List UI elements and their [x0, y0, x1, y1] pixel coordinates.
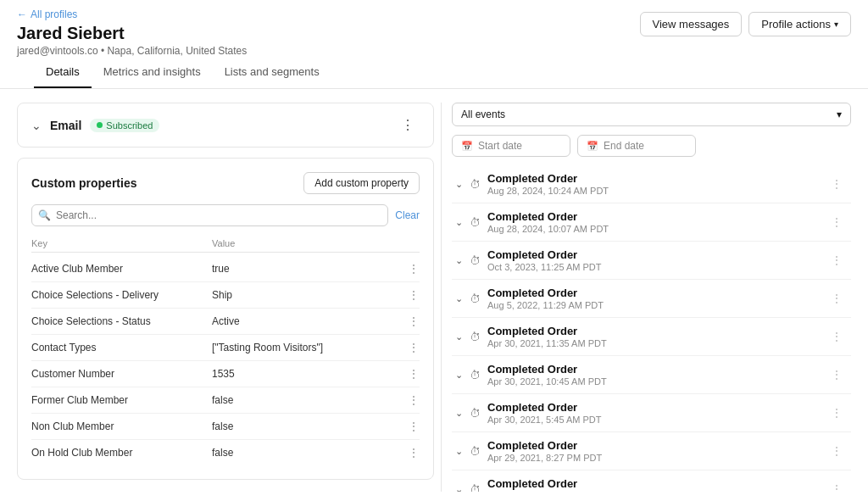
event-title: Completed Order	[487, 172, 819, 185]
event-date: Oct 3, 2023, 11:25 AM PDT	[487, 262, 819, 272]
table-row: Contact Types ["Tasting Room Visitors"] …	[31, 335, 420, 361]
event-collapse-icon[interactable]: ⌄	[455, 484, 463, 493]
email-more-button[interactable]: ⋮	[396, 115, 420, 135]
add-custom-property-button[interactable]: Add custom property	[303, 172, 420, 194]
email-label: Email	[50, 119, 81, 132]
subscribed-dot-icon	[97, 122, 103, 128]
event-more-button[interactable]: ⋮	[826, 214, 848, 231]
event-collapse-icon[interactable]: ⌄	[455, 370, 463, 381]
tab-details[interactable]: Details	[34, 57, 92, 88]
start-date-input[interactable]: 📅 Start date	[452, 135, 570, 157]
event-clock-icon: ⏱	[470, 254, 481, 267]
list-item: ⌄ ⏱ Completed Order Oct 3, 2023, 11:25 A…	[452, 242, 851, 280]
prop-key: On Hold Club Member	[31, 447, 212, 459]
prop-key: Customer Number	[31, 368, 212, 380]
list-item: ⌄ ⏱ Completed Order Apr 29, 2021, 8:27 P…	[452, 432, 851, 470]
col-key-header: Key	[31, 238, 212, 248]
event-title: Completed Order	[487, 439, 819, 452]
filter-chevron-icon: ▾	[837, 109, 842, 120]
list-item: ⌄ ⏱ Completed Order Aug 28, 2024, 10:24 …	[452, 165, 851, 203]
prop-value: false	[212, 447, 392, 459]
custom-properties-title: Custom properties	[31, 176, 136, 190]
profile-name: Jared Siebert	[17, 24, 247, 43]
event-collapse-icon[interactable]: ⌄	[455, 446, 463, 457]
event-clock-icon: ⏱	[470, 445, 481, 458]
event-clock-icon: ⏱	[470, 331, 481, 343]
event-date: Mar 17, 2021, 11:06 AM PDT	[487, 491, 819, 492]
event-more-button[interactable]: ⋮	[826, 404, 848, 421]
event-clock-icon: ⏱	[470, 369, 481, 381]
profile-actions-button[interactable]: Profile actions ▾	[748, 12, 851, 36]
prop-value: false	[212, 420, 392, 432]
prop-value: false	[212, 394, 392, 406]
calendar-end-icon: 📅	[587, 141, 598, 152]
event-clock-icon: ⏱	[470, 216, 481, 229]
event-date: Aug 5, 2022, 11:29 AM PDT	[487, 300, 819, 310]
col-value-header: Value	[212, 238, 392, 248]
event-date: Aug 28, 2024, 10:24 AM PDT	[487, 186, 819, 196]
list-item: ⌄ ⏱ Completed Order Apr 30, 2021, 5:45 A…	[452, 394, 851, 432]
event-title: Completed Order	[487, 248, 819, 261]
prop-more-button[interactable]: ⋮	[392, 393, 420, 407]
table-row: Active Club Member true ⋮	[31, 256, 420, 282]
prop-value: Active	[212, 315, 392, 327]
clear-button[interactable]: Clear	[395, 209, 420, 221]
event-more-button[interactable]: ⋮	[826, 175, 848, 192]
view-messages-button[interactable]: View messages	[640, 12, 743, 36]
event-more-button[interactable]: ⋮	[826, 366, 848, 383]
chevron-down-icon: ▾	[834, 19, 838, 29]
prop-more-button[interactable]: ⋮	[392, 288, 420, 302]
event-date: Aug 28, 2024, 10:07 AM PDT	[487, 224, 819, 234]
event-collapse-icon[interactable]: ⌄	[455, 408, 463, 419]
tab-metrics[interactable]: Metrics and insights	[92, 57, 213, 88]
event-collapse-icon[interactable]: ⌄	[455, 179, 463, 190]
event-more-button[interactable]: ⋮	[826, 443, 848, 459]
table-row: On Hold Club Member false ⋮	[31, 440, 420, 465]
prop-more-button[interactable]: ⋮	[392, 420, 420, 433]
event-title: Completed Order	[487, 363, 819, 376]
event-title: Completed Order	[487, 477, 819, 490]
prop-more-button[interactable]: ⋮	[392, 341, 420, 354]
prop-more-button[interactable]: ⋮	[392, 367, 420, 381]
event-collapse-icon[interactable]: ⌄	[455, 255, 463, 266]
list-item: ⌄ ⏱ Completed Order Apr 30, 2021, 10:45 …	[452, 356, 851, 394]
event-more-button[interactable]: ⋮	[826, 481, 848, 492]
prop-value: true	[212, 263, 392, 275]
prop-key: Contact Types	[31, 342, 212, 353]
event-title: Completed Order	[487, 210, 819, 223]
prop-key: Non Club Member	[31, 420, 212, 432]
table-row: Choice Selections - Delivery Ship ⋮	[31, 282, 420, 309]
search-icon: 🔍	[38, 209, 51, 221]
event-title: Completed Order	[487, 287, 819, 299]
event-more-button[interactable]: ⋮	[826, 252, 848, 269]
properties-list: Active Club Member true ⋮ Choice Selecti…	[31, 256, 420, 465]
collapse-email-icon[interactable]: ⌄	[31, 119, 42, 132]
event-more-button[interactable]: ⋮	[826, 328, 848, 345]
list-item: ⌄ ⏱ Completed Order Mar 17, 2021, 11:06 …	[452, 470, 851, 492]
event-collapse-icon[interactable]: ⌄	[455, 217, 463, 228]
event-clock-icon: ⏱	[470, 178, 481, 191]
prop-value: 1535	[212, 368, 392, 380]
end-date-input[interactable]: 📅 End date	[577, 135, 696, 157]
back-link[interactable]: All profiles	[17, 8, 247, 20]
list-item: ⌄ ⏱ Completed Order Aug 28, 2024, 10:07 …	[452, 203, 851, 242]
prop-more-button[interactable]: ⋮	[392, 446, 420, 459]
event-clock-icon: ⏱	[470, 407, 481, 420]
prop-key: Active Club Member	[31, 263, 212, 275]
subscribed-badge: Subscribed	[90, 119, 159, 132]
prop-key: Choice Selections - Delivery	[31, 289, 212, 301]
search-input[interactable]	[31, 204, 388, 226]
event-clock-icon: ⏱	[470, 483, 481, 493]
event-date: Apr 30, 2021, 10:45 AM PDT	[487, 376, 819, 387]
event-more-button[interactable]: ⋮	[826, 290, 848, 307]
event-date: Apr 30, 2021, 11:35 AM PDT	[487, 338, 819, 348]
event-collapse-icon[interactable]: ⌄	[455, 331, 463, 342]
prop-more-button[interactable]: ⋮	[392, 315, 420, 328]
prop-more-button[interactable]: ⋮	[392, 262, 420, 276]
tab-lists[interactable]: Lists and segments	[213, 57, 331, 88]
events-filter-dropdown[interactable]: All events ▾	[452, 103, 851, 126]
event-clock-icon: ⏱	[470, 292, 481, 305]
event-collapse-icon[interactable]: ⌄	[455, 293, 463, 304]
calendar-start-icon: 📅	[461, 141, 473, 152]
prop-key: Former Club Member	[31, 394, 212, 406]
